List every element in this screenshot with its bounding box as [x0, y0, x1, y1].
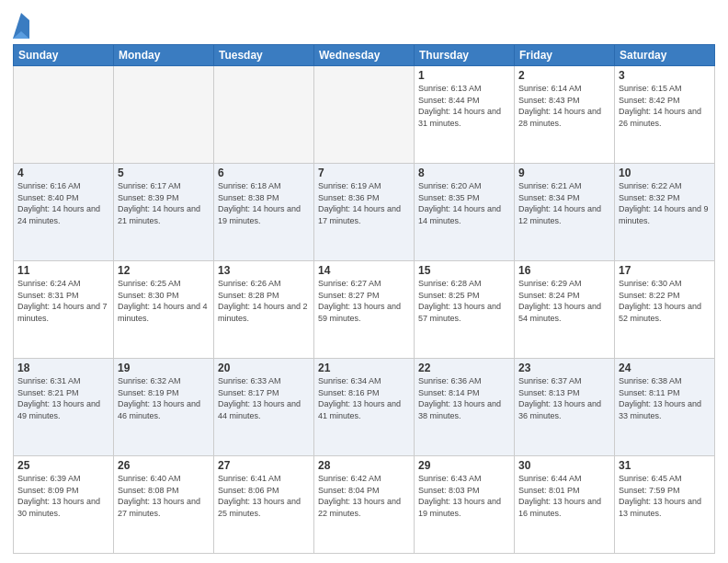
day-number: 15: [418, 264, 510, 277]
day-number: 4: [17, 167, 109, 179]
calendar-cell: 23Sunrise: 6:37 AM Sunset: 8:13 PM Dayli…: [515, 359, 615, 456]
day-number: 16: [518, 264, 610, 277]
day-number: 12: [118, 264, 210, 277]
day-info: Sunrise: 6:37 AM Sunset: 8:13 PM Dayligh…: [518, 375, 610, 421]
calendar-cell: 14Sunrise: 6:27 AM Sunset: 8:27 PM Dayli…: [314, 261, 415, 359]
calendar-cell: 27Sunrise: 6:41 AM Sunset: 8:06 PM Dayli…: [214, 456, 314, 554]
col-header-tuesday: Tuesday: [214, 45, 314, 66]
day-number: 27: [218, 459, 310, 472]
day-info: Sunrise: 6:16 AM Sunset: 8:40 PM Dayligh…: [17, 180, 109, 226]
col-header-saturday: Saturday: [615, 45, 715, 66]
day-number: 13: [218, 264, 310, 277]
day-info: Sunrise: 6:42 AM Sunset: 8:04 PM Dayligh…: [318, 473, 410, 519]
day-info: Sunrise: 6:30 AM Sunset: 8:22 PM Dayligh…: [619, 278, 711, 324]
logo: [13, 13, 31, 39]
calendar-cell: [14, 66, 114, 164]
day-info: Sunrise: 6:13 AM Sunset: 8:44 PM Dayligh…: [418, 83, 510, 129]
col-header-thursday: Thursday: [415, 45, 515, 66]
calendar-cell: 7Sunrise: 6:19 AM Sunset: 8:36 PM Daylig…: [314, 164, 415, 261]
day-number: 25: [17, 459, 109, 472]
day-number: 22: [418, 362, 510, 374]
day-info: Sunrise: 6:40 AM Sunset: 8:08 PM Dayligh…: [118, 473, 210, 519]
calendar-cell: [314, 66, 415, 164]
calendar-cell: 12Sunrise: 6:25 AM Sunset: 8:30 PM Dayli…: [114, 261, 214, 359]
calendar-cell: 30Sunrise: 6:44 AM Sunset: 8:01 PM Dayli…: [515, 456, 615, 554]
calendar-cell: 20Sunrise: 6:33 AM Sunset: 8:17 PM Dayli…: [214, 359, 314, 456]
calendar-table: SundayMondayTuesdayWednesdayThursdayFrid…: [13, 44, 715, 554]
day-number: 21: [318, 362, 410, 374]
day-number: 28: [318, 459, 410, 472]
calendar-cell: 9Sunrise: 6:21 AM Sunset: 8:34 PM Daylig…: [515, 164, 615, 261]
day-number: 9: [518, 167, 610, 179]
calendar-cell: 19Sunrise: 6:32 AM Sunset: 8:19 PM Dayli…: [114, 359, 214, 456]
day-number: 17: [619, 264, 711, 277]
calendar-cell: 22Sunrise: 6:36 AM Sunset: 8:14 PM Dayli…: [415, 359, 515, 456]
header: [13, 9, 715, 39]
day-number: 23: [518, 362, 610, 374]
calendar-cell: 5Sunrise: 6:17 AM Sunset: 8:39 PM Daylig…: [114, 164, 214, 261]
calendar-cell: 1Sunrise: 6:13 AM Sunset: 8:44 PM Daylig…: [415, 66, 515, 164]
day-info: Sunrise: 6:29 AM Sunset: 8:24 PM Dayligh…: [518, 278, 610, 324]
day-info: Sunrise: 6:38 AM Sunset: 8:11 PM Dayligh…: [619, 375, 711, 421]
calendar-cell: 2Sunrise: 6:14 AM Sunset: 8:43 PM Daylig…: [515, 66, 615, 164]
day-number: 10: [619, 167, 711, 179]
day-number: 5: [118, 167, 210, 179]
day-number: 20: [218, 362, 310, 374]
day-number: 3: [619, 69, 711, 82]
calendar-cell: 17Sunrise: 6:30 AM Sunset: 8:22 PM Dayli…: [615, 261, 715, 359]
calendar-cell: 29Sunrise: 6:43 AM Sunset: 8:03 PM Dayli…: [415, 456, 515, 554]
calendar-cell: 4Sunrise: 6:16 AM Sunset: 8:40 PM Daylig…: [14, 164, 114, 261]
day-number: 7: [318, 167, 410, 179]
calendar-cell: 3Sunrise: 6:15 AM Sunset: 8:42 PM Daylig…: [615, 66, 715, 164]
day-number: 31: [619, 459, 711, 472]
day-info: Sunrise: 6:26 AM Sunset: 8:28 PM Dayligh…: [218, 278, 310, 324]
page: SundayMondayTuesdayWednesdayThursdayFrid…: [0, 0, 728, 563]
day-number: 26: [118, 459, 210, 472]
calendar-cell: 28Sunrise: 6:42 AM Sunset: 8:04 PM Dayli…: [314, 456, 415, 554]
day-info: Sunrise: 6:41 AM Sunset: 8:06 PM Dayligh…: [218, 473, 310, 519]
day-number: 8: [418, 167, 510, 179]
day-number: 2: [518, 69, 610, 82]
day-info: Sunrise: 6:31 AM Sunset: 8:21 PM Dayligh…: [17, 375, 109, 421]
calendar-cell: 18Sunrise: 6:31 AM Sunset: 8:21 PM Dayli…: [14, 359, 114, 456]
col-header-friday: Friday: [515, 45, 615, 66]
day-number: 29: [418, 459, 510, 472]
day-number: 30: [518, 459, 610, 472]
calendar-cell: [114, 66, 214, 164]
day-info: Sunrise: 6:44 AM Sunset: 8:01 PM Dayligh…: [518, 473, 610, 519]
day-info: Sunrise: 6:14 AM Sunset: 8:43 PM Dayligh…: [518, 83, 610, 129]
calendar-cell: 21Sunrise: 6:34 AM Sunset: 8:16 PM Dayli…: [314, 359, 415, 456]
day-number: 1: [418, 69, 510, 82]
col-header-monday: Monday: [114, 45, 214, 66]
day-number: 6: [218, 167, 310, 179]
day-info: Sunrise: 6:19 AM Sunset: 8:36 PM Dayligh…: [318, 180, 410, 226]
calendar-cell: 11Sunrise: 6:24 AM Sunset: 8:31 PM Dayli…: [14, 261, 114, 359]
calendar-cell: 13Sunrise: 6:26 AM Sunset: 8:28 PM Dayli…: [214, 261, 314, 359]
day-info: Sunrise: 6:33 AM Sunset: 8:17 PM Dayligh…: [218, 375, 310, 421]
day-number: 14: [318, 264, 410, 277]
day-info: Sunrise: 6:18 AM Sunset: 8:38 PM Dayligh…: [218, 180, 310, 226]
calendar-cell: 8Sunrise: 6:20 AM Sunset: 8:35 PM Daylig…: [415, 164, 515, 261]
col-header-wednesday: Wednesday: [314, 45, 415, 66]
calendar-cell: 31Sunrise: 6:45 AM Sunset: 7:59 PM Dayli…: [615, 456, 715, 554]
calendar-cell: 25Sunrise: 6:39 AM Sunset: 8:09 PM Dayli…: [14, 456, 114, 554]
day-info: Sunrise: 6:39 AM Sunset: 8:09 PM Dayligh…: [17, 473, 109, 519]
day-info: Sunrise: 6:22 AM Sunset: 8:32 PM Dayligh…: [619, 180, 711, 226]
day-info: Sunrise: 6:25 AM Sunset: 8:30 PM Dayligh…: [118, 278, 210, 324]
day-info: Sunrise: 6:45 AM Sunset: 7:59 PM Dayligh…: [619, 473, 711, 519]
day-info: Sunrise: 6:27 AM Sunset: 8:27 PM Dayligh…: [318, 278, 410, 324]
day-info: Sunrise: 6:17 AM Sunset: 8:39 PM Dayligh…: [118, 180, 210, 226]
day-number: 11: [17, 264, 109, 277]
day-number: 19: [118, 362, 210, 374]
day-info: Sunrise: 6:28 AM Sunset: 8:25 PM Dayligh…: [418, 278, 510, 324]
day-info: Sunrise: 6:43 AM Sunset: 8:03 PM Dayligh…: [418, 473, 510, 519]
calendar-cell: [214, 66, 314, 164]
day-info: Sunrise: 6:21 AM Sunset: 8:34 PM Dayligh…: [518, 180, 610, 226]
calendar-cell: 16Sunrise: 6:29 AM Sunset: 8:24 PM Dayli…: [515, 261, 615, 359]
calendar-cell: 15Sunrise: 6:28 AM Sunset: 8:25 PM Dayli…: [415, 261, 515, 359]
day-number: 24: [619, 362, 711, 374]
day-info: Sunrise: 6:15 AM Sunset: 8:42 PM Dayligh…: [619, 83, 711, 129]
col-header-sunday: Sunday: [14, 45, 114, 66]
day-info: Sunrise: 6:20 AM Sunset: 8:35 PM Dayligh…: [418, 180, 510, 226]
day-info: Sunrise: 6:34 AM Sunset: 8:16 PM Dayligh…: [318, 375, 410, 421]
